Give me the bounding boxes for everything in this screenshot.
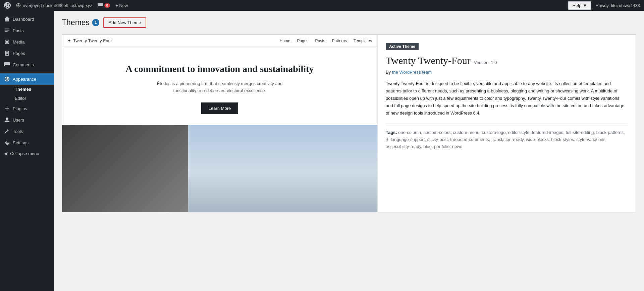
- theme-hero-button[interactable]: Learn More: [201, 102, 238, 114]
- building-foreground: [62, 125, 188, 212]
- nav-link-posts: Posts: [315, 39, 325, 43]
- new-content-link[interactable]: + New: [115, 3, 128, 8]
- theme-section-divider: [386, 124, 628, 124]
- sidebar-sub-appearance: Themes Editor: [0, 85, 54, 103]
- theme-author: By the WordPress team: [386, 70, 628, 75]
- nav-link-patterns: Patterns: [332, 39, 347, 43]
- sky-background: [188, 125, 377, 212]
- add-new-theme-button[interactable]: Add New Theme: [103, 17, 147, 28]
- collapse-menu-label: Collapse menu: [10, 151, 39, 156]
- sidebar-item-label-plugins: Plugins: [13, 106, 27, 111]
- tags-label: Tags:: [386, 130, 397, 135]
- tags-list: one-column, custom-colors, custom-menu, …: [386, 130, 625, 149]
- sidebar-item-posts[interactable]: Posts: [0, 25, 54, 36]
- author-by-label: By: [386, 70, 391, 75]
- theme-info-panel: Active Theme Twenty Twenty-Four Version:…: [377, 35, 636, 212]
- theme-preview-panel: ✦ Twenty Twenty Four Home Pages Posts Pa…: [62, 35, 377, 212]
- users-icon: [4, 117, 10, 123]
- howdy-text: Howdy, tifuzuhiwa4433: [595, 3, 640, 8]
- mini-nav-title: Twenty Twenty Four: [73, 38, 112, 43]
- help-chevron-icon: ▼: [583, 3, 587, 8]
- admin-bar-right: Help ▼ Howdy, tifuzuhiwa4433: [568, 1, 640, 10]
- media-icon: [4, 39, 10, 45]
- site-url: overjoyed-duck-d639e9.instawp.xyz: [23, 3, 92, 8]
- collapse-arrow-icon: ◀: [4, 151, 7, 156]
- page-header: Themes 1 Add New Theme: [62, 17, 636, 28]
- sidebar-item-label-posts: Posts: [13, 28, 24, 33]
- sidebar-item-plugins[interactable]: Plugins: [0, 103, 54, 114]
- theme-card: ✦ Twenty Twenty Four Home Pages Posts Pa…: [62, 34, 636, 212]
- new-label: + New: [115, 3, 128, 8]
- sidebar-sub-editor[interactable]: Editor: [12, 94, 54, 103]
- sidebar-sub-themes[interactable]: Themes: [12, 85, 54, 94]
- main-wrapper: Dashboard Posts Media Pages Comments: [0, 11, 644, 291]
- themes-count-badge: 1: [92, 19, 99, 26]
- sidebar-item-label-appearance: Appearance: [13, 77, 36, 82]
- sidebar-item-label-users: Users: [13, 118, 24, 123]
- mini-nav-links: Home Pages Posts Patterns Templates: [280, 39, 372, 43]
- comments-icon: [4, 62, 10, 68]
- mini-browser-nav: ✦ Twenty Twenty Four Home Pages Posts Pa…: [62, 35, 377, 47]
- sidebar-item-dashboard[interactable]: Dashboard: [0, 13, 54, 25]
- sidebar-item-media[interactable]: Media: [0, 36, 54, 48]
- sidebar-item-appearance[interactable]: Appearance: [0, 73, 54, 85]
- tools-icon: [4, 128, 10, 134]
- nav-link-home: Home: [280, 39, 290, 43]
- sidebar-item-label-media: Media: [13, 40, 24, 45]
- sidebar-item-users[interactable]: Users: [0, 114, 54, 126]
- sidebar-divider: [0, 72, 54, 72]
- sidebar-item-label-comments: Comments: [13, 62, 34, 67]
- page-title: Themes 1: [62, 18, 99, 27]
- page-title-text: Themes: [62, 18, 90, 27]
- theme-architecture-image: [62, 125, 377, 212]
- plugins-icon: [4, 105, 10, 112]
- sidebar-item-tools[interactable]: Tools: [0, 126, 54, 137]
- sidebar-item-label-dashboard: Dashboard: [13, 17, 34, 22]
- comments-count: 0: [104, 3, 110, 8]
- mini-nav-star: ✦: [67, 38, 71, 43]
- theme-name-row: Twenty Twenty-Four Version: 1.0: [386, 55, 628, 67]
- dashboard-icon: [4, 16, 10, 22]
- sidebar-item-settings[interactable]: Settings: [0, 137, 54, 148]
- theme-hero-section: A commitment to innovation and sustainab…: [62, 47, 377, 125]
- mini-nav-logo: ✦ Twenty Twenty Four: [67, 38, 112, 43]
- theme-hero-description: Études is a pioneering firm that seamles…: [153, 80, 287, 94]
- author-link[interactable]: the WordPress team: [392, 70, 432, 75]
- settings-icon: [4, 140, 10, 146]
- theme-name: Twenty Twenty-Four: [386, 55, 471, 66]
- nav-link-pages: Pages: [297, 39, 309, 43]
- appearance-icon: [4, 76, 10, 82]
- theme-version: Version: 1.0: [474, 60, 497, 65]
- content-area: Themes 1 Add New Theme ✦ Twenty Twenty F…: [54, 11, 644, 291]
- active-theme-badge: Active Theme: [386, 43, 419, 50]
- sidebar-item-label-pages: Pages: [13, 51, 25, 56]
- help-button[interactable]: Help ▼: [568, 1, 592, 10]
- pages-icon: [4, 50, 10, 56]
- sidebar-item-comments[interactable]: Comments: [0, 59, 54, 70]
- admin-bar-left: overjoyed-duck-d639e9.instawp.xyz 0 + Ne…: [4, 2, 128, 9]
- sidebar-item-pages[interactable]: Pages: [0, 48, 54, 59]
- posts-icon: [4, 27, 10, 33]
- theme-hero-title: A commitment to innovation and sustainab…: [75, 63, 364, 75]
- comments-link[interactable]: 0: [98, 3, 110, 8]
- theme-description: Twenty Twenty-Four is designed to be fle…: [386, 80, 628, 117]
- site-name[interactable]: overjoyed-duck-d639e9.instawp.xyz: [16, 3, 92, 8]
- sidebar-item-label-tools: Tools: [13, 129, 23, 134]
- admin-bar: overjoyed-duck-d639e9.instawp.xyz 0 + Ne…: [0, 0, 644, 11]
- theme-tags: Tags: one-column, custom-colors, custom-…: [386, 129, 628, 150]
- help-label: Help: [573, 3, 582, 8]
- sidebar-item-label-settings: Settings: [13, 140, 29, 145]
- wp-logo[interactable]: [4, 2, 11, 9]
- sidebar: Dashboard Posts Media Pages Comments: [0, 11, 54, 291]
- nav-link-templates: Templates: [354, 39, 372, 43]
- collapse-menu-button[interactable]: ◀ Collapse menu: [0, 148, 54, 159]
